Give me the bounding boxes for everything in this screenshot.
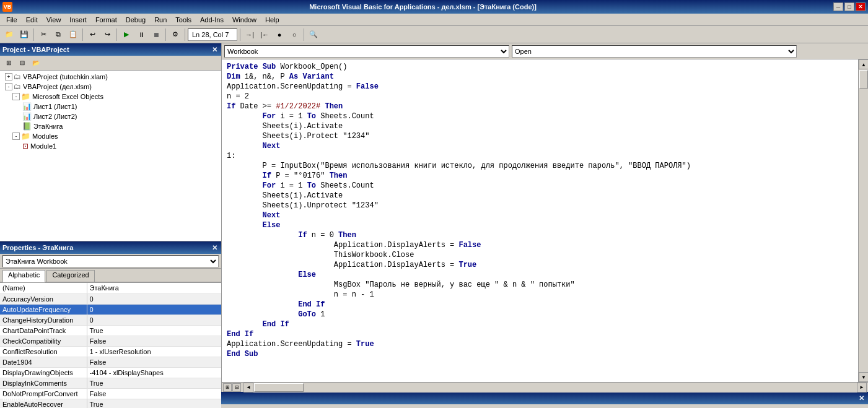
prop-value: ЭтаКнига bbox=[87, 283, 221, 293]
code-line: Private Sub Workbook_Open() bbox=[227, 62, 856, 72]
toolbar-sep-3 bbox=[116, 28, 117, 41]
tab-categorized[interactable]: Categorized bbox=[46, 270, 94, 282]
toolbar-sep-5 bbox=[185, 28, 185, 41]
toolbar-design-mode[interactable]: ⚙ bbox=[169, 28, 182, 41]
toolbar-copy[interactable]: ⧉ bbox=[51, 28, 65, 41]
minimize-button[interactable]: ─ bbox=[833, 2, 843, 11]
tree-item-sheet1[interactable]: 📊 Лист1 (Лист1) bbox=[0, 102, 221, 111]
props-row[interactable]: ConflictResolution1 - xlUserResolution bbox=[0, 346, 221, 357]
tree-view-btn2[interactable]: ⊟ bbox=[16, 57, 28, 69]
props-row[interactable]: ChartDataPointTrackTrue bbox=[0, 325, 221, 336]
toolbar-cut[interactable]: ✂ bbox=[37, 28, 50, 41]
hscroll-thumb[interactable] bbox=[254, 383, 304, 392]
title-bar-title: Microsoft Visual Basic for Applications … bbox=[12, 3, 833, 11]
code-line: Application.ScreenUpdating = True bbox=[227, 339, 856, 349]
toolbar-pause[interactable]: ⏸ bbox=[134, 28, 148, 41]
prop-name: ChartDataPointTrack bbox=[0, 325, 87, 336]
scroll-thumb[interactable] bbox=[859, 70, 868, 89]
menu-run[interactable]: Run bbox=[151, 15, 170, 25]
object-dropdown[interactable]: Workbook bbox=[224, 45, 509, 58]
hscroll-right-btn[interactable]: ► bbox=[857, 383, 867, 393]
tab-alphabetic[interactable]: Alphabetic bbox=[2, 270, 45, 282]
expand-modules[interactable]: - bbox=[12, 132, 20, 140]
tree-item-etakniga[interactable]: 📗 ЭтаКнига bbox=[0, 121, 221, 131]
project-tree[interactable]: + 🗂 VBAProject (tutochkin.xlam) - 🗂 VBAP… bbox=[0, 71, 221, 241]
props-row[interactable]: ChangeHistoryDuration0 bbox=[0, 315, 221, 325]
props-row[interactable]: AutoUpdateFrequency0 bbox=[0, 304, 221, 315]
menu-help[interactable]: Help bbox=[261, 15, 283, 25]
project-panel-close[interactable]: ✕ bbox=[210, 45, 219, 54]
toolbar-save[interactable]: 💾 bbox=[17, 28, 31, 41]
tree-folder-btn[interactable]: 📂 bbox=[30, 57, 42, 69]
immediate-close[interactable]: ✕ bbox=[857, 394, 866, 402]
expand-excel-objects[interactable]: - bbox=[12, 93, 20, 100]
menu-window[interactable]: Window bbox=[229, 15, 260, 25]
menu-debug[interactable]: Debug bbox=[122, 15, 149, 25]
menu-tools[interactable]: Tools bbox=[172, 15, 195, 25]
close-button[interactable]: ✕ bbox=[856, 2, 866, 11]
code-line: If P = "°0176" Then bbox=[227, 171, 856, 181]
props-row[interactable]: AccuracyVersion0 bbox=[0, 293, 221, 304]
scroll-up-btn[interactable]: ▲ bbox=[859, 59, 868, 69]
code-line: Sheets(i).Unprotect "1234" bbox=[227, 201, 856, 211]
properties-selector[interactable]: ЭтаКнига Workbook bbox=[0, 254, 221, 269]
toolbar-redo[interactable]: ↪ bbox=[100, 28, 114, 41]
toolbar-clear-breakpoints[interactable]: ○ bbox=[287, 28, 301, 41]
tree-item-tutochkin[interactable]: + 🗂 VBAProject (tutochkin.xlam) bbox=[0, 72, 221, 82]
prop-value: False bbox=[87, 336, 221, 346]
props-row[interactable]: Date1904False bbox=[0, 357, 221, 367]
menu-view[interactable]: View bbox=[43, 15, 65, 25]
props-row[interactable]: DisplayDrawingObjects-4104 - xlDisplaySh… bbox=[0, 367, 221, 378]
toolbar-view-explorer[interactable]: 📁 bbox=[2, 28, 16, 41]
procedure-dropdown[interactable]: Open bbox=[512, 45, 797, 58]
menu-addins[interactable]: Add-Ins bbox=[196, 15, 227, 25]
tree-item-del[interactable]: - 🗂 VBAProject (дел.xlsm) bbox=[0, 82, 221, 92]
split-view-btn2[interactable]: ⊟ bbox=[232, 383, 241, 392]
hscroll-left-btn[interactable]: ◄ bbox=[243, 383, 253, 393]
properties-table: (Name)ЭтаКнигаAccuracyVersion0AutoUpdate… bbox=[0, 282, 221, 408]
expand-tutochkin[interactable]: + bbox=[5, 73, 12, 80]
toolbar-run[interactable]: ▶ bbox=[120, 28, 133, 41]
scroll-down-btn[interactable]: ▼ bbox=[859, 372, 868, 382]
scroll-track[interactable] bbox=[859, 69, 868, 372]
code-line: Next bbox=[227, 211, 856, 220]
tree-label-tutochkin: VBAProject (tutochkin.xlam) bbox=[23, 73, 108, 80]
toolbar-find[interactable]: 🔍 bbox=[307, 28, 320, 41]
props-row[interactable]: CheckCompatibilityFalse bbox=[0, 336, 221, 346]
menu-edit[interactable]: Edit bbox=[22, 15, 42, 25]
tree-item-excel-objects[interactable]: - 📁 Microsoft Excel Objects bbox=[0, 92, 221, 102]
toolbar-undo[interactable]: ↩ bbox=[85, 28, 99, 41]
properties-panel-title: Properties - ЭтаКнига bbox=[2, 244, 73, 251]
tree-item-sheet2[interactable]: 📊 Лист2 (Лист2) bbox=[0, 111, 221, 121]
prop-value: 0 bbox=[87, 315, 221, 325]
code-line: Else bbox=[227, 270, 856, 280]
hscroll-track[interactable] bbox=[253, 383, 857, 393]
tree-item-modules[interactable]: - 📁 Modules bbox=[0, 131, 221, 141]
split-view-btn[interactable]: ⊞ bbox=[223, 383, 232, 392]
menu-bar: File Edit View Insert Format Debug Run T… bbox=[0, 14, 868, 26]
project-tree-toolbar: ⊞ ⊟ 📂 bbox=[0, 56, 221, 71]
toolbar-paste[interactable]: 📋 bbox=[66, 28, 80, 41]
menu-format[interactable]: Format bbox=[92, 15, 121, 25]
toolbar-toggle-breakpoint[interactable]: ● bbox=[273, 28, 286, 41]
props-row[interactable]: (Name)ЭтаКнига bbox=[0, 283, 221, 293]
props-row[interactable]: DisplayInkCommentsTrue bbox=[0, 378, 221, 388]
properties-panel-close[interactable]: ✕ bbox=[210, 243, 219, 252]
tree-item-module1[interactable]: ⊡ Module1 bbox=[0, 141, 221, 151]
toolbar-outdent[interactable]: |← bbox=[258, 28, 271, 41]
prop-value: True bbox=[87, 325, 221, 336]
code-line: n = 2 bbox=[227, 92, 856, 102]
menu-insert[interactable]: Insert bbox=[66, 15, 90, 25]
restore-button[interactable]: □ bbox=[844, 2, 854, 11]
code-area[interactable]: Private Sub Workbook_Open()Dim i&, n&, P… bbox=[222, 59, 868, 382]
toolbar-stop[interactable]: ⏹ bbox=[149, 28, 163, 41]
toolbar-indent[interactable]: →| bbox=[243, 28, 256, 41]
title-bar-controls: ─ □ ✕ bbox=[833, 2, 866, 11]
tree-view-btn[interactable]: ⊞ bbox=[2, 57, 15, 69]
vscrollbar[interactable]: ▲ ▼ bbox=[858, 59, 868, 382]
properties-object-select[interactable]: ЭтаКнига Workbook bbox=[2, 255, 219, 267]
tree-icon-module1: ⊡ bbox=[22, 142, 28, 150]
expand-del[interactable]: - bbox=[5, 83, 12, 90]
menu-file[interactable]: File bbox=[2, 15, 21, 25]
hscrollbar[interactable]: ⊞ ⊟ ◄ ► bbox=[222, 382, 868, 392]
